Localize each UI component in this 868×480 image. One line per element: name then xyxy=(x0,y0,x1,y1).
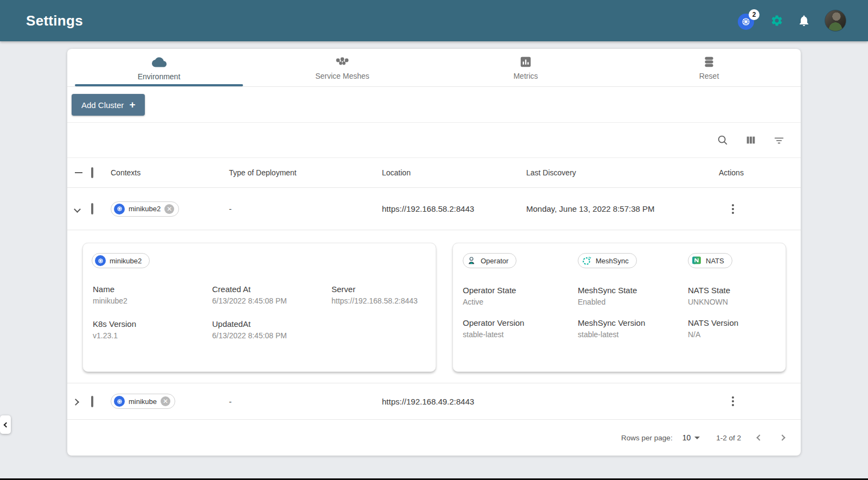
notifications-button[interactable] xyxy=(797,14,810,27)
cell-type-of-deployment: - xyxy=(229,397,382,406)
collapse-all-icon[interactable] xyxy=(75,172,82,173)
mesh-icon xyxy=(335,55,350,69)
previous-page-button[interactable] xyxy=(756,434,762,440)
nats-version: NATS Version N/A xyxy=(688,318,777,339)
kubernetes-icon xyxy=(114,396,125,407)
collapse-drawer-handle[interactable] xyxy=(0,415,11,434)
user-avatar[interactable] xyxy=(825,10,846,31)
tab-environment-label: Environment xyxy=(138,72,181,81)
table-row: minikube2 ✕ - https://192.168.58.2:8443 … xyxy=(67,188,801,230)
filter-button[interactable] xyxy=(773,134,786,147)
settings-card: Environment Service Meshes Metr xyxy=(67,49,801,456)
search-button[interactable] xyxy=(716,134,729,147)
operator-state: Operator State Active xyxy=(463,286,578,306)
pagination-range: 1-2 of 2 xyxy=(716,434,741,442)
operator-column: Operator Operator State Active Operator … xyxy=(463,253,578,339)
row-actions-menu-button[interactable] xyxy=(726,396,739,406)
tab-service-meshes[interactable]: Service Meshes xyxy=(251,49,434,86)
context-chip-label: minikube2 xyxy=(110,257,142,265)
kubernetes-context-button[interactable]: 2 xyxy=(738,11,756,30)
add-cluster-label: Add Cluster xyxy=(81,100,124,110)
field-updated-at: UpdatedAt 6/13/2022 8:45:08 PM xyxy=(212,319,331,340)
table-header-row: Contexts Type of Deployment Location Las… xyxy=(67,157,801,188)
metrics-icon xyxy=(519,55,533,69)
table-pagination: Rows per page: 10 1-2 of 2 xyxy=(67,420,801,456)
add-cluster-button[interactable]: Add Cluster + xyxy=(72,94,145,116)
rows-per-page-select[interactable]: 10 xyxy=(682,433,700,442)
tab-reset[interactable]: Reset xyxy=(617,49,801,86)
meshsync-chip[interactable]: MeshSync xyxy=(578,253,637,268)
chevron-left-icon xyxy=(4,422,9,427)
cell-location: https://192.168.49.2:8443 xyxy=(382,397,526,406)
filter-icon xyxy=(773,134,785,146)
settings-gear-button[interactable] xyxy=(770,14,783,27)
col-contexts: Contexts xyxy=(111,168,229,177)
collapse-row-icon[interactable] xyxy=(74,206,81,213)
field-k8s-version: K8s Version v1.23.1 xyxy=(93,319,212,340)
meshsync-version: MeshSync Version stable-latest xyxy=(578,318,688,339)
operator-version: Operator Version stable-latest xyxy=(463,318,578,339)
settings-tabs: Environment Service Meshes Metr xyxy=(67,49,801,87)
table-toolbar xyxy=(67,123,801,157)
nats-column: NATS NATS State UNKNOWN NATS Version N/A xyxy=(688,253,777,339)
plus-icon: + xyxy=(129,99,135,111)
nats-chip[interactable]: NATS xyxy=(688,253,732,268)
operator-chip[interactable]: Operator xyxy=(463,253,516,268)
context-chip-minikube2[interactable]: minikube2 xyxy=(92,253,150,268)
meshsync-chip-label: MeshSync xyxy=(596,257,629,265)
meshsync-state: MeshSync State Enabled xyxy=(578,286,688,306)
tab-metrics-label: Metrics xyxy=(513,72,538,80)
chevron-down-icon xyxy=(694,437,700,439)
nats-icon xyxy=(691,255,702,266)
tab-service-meshes-label: Service Meshes xyxy=(315,72,369,80)
context-chip-minikube[interactable]: minikube ✕ xyxy=(111,394,175,409)
page-title: Settings xyxy=(26,12,83,29)
operator-chip-label: Operator xyxy=(481,257,508,265)
database-icon xyxy=(702,55,716,69)
rows-per-page-label: Rows per page: xyxy=(621,434,673,442)
close-icon[interactable]: ✕ xyxy=(164,204,174,214)
row-actions-menu-button[interactable] xyxy=(726,204,739,214)
kubernetes-icon xyxy=(114,204,125,214)
context-detail-panel: minikube2 Name minikube2 Created At 6/13… xyxy=(82,243,436,372)
field-server: Server https://192.168.58.2:8443 xyxy=(331,285,427,305)
tab-environment[interactable]: Environment xyxy=(67,49,251,86)
nats-state: NATS State UNKNOWN xyxy=(688,286,777,306)
col-last-discovery: Last Discovery xyxy=(526,168,719,177)
table-row: minikube ✕ - https://192.168.49.2:8443 xyxy=(67,383,801,420)
search-icon xyxy=(717,134,729,146)
field-created-at: Created At 6/13/2022 8:45:08 PM xyxy=(212,285,331,305)
app-bar: Settings 2 xyxy=(0,0,868,41)
kubernetes-icon xyxy=(95,255,106,266)
context-chip-label: minikube xyxy=(129,397,157,406)
context-count-badge: 2 xyxy=(749,9,760,20)
columns-icon xyxy=(745,134,757,146)
col-type-of-deployment: Type of Deployment xyxy=(229,168,382,177)
tab-reset-label: Reset xyxy=(699,72,719,80)
meshsync-column: MeshSync MeshSync State Enabled MeshSync… xyxy=(578,253,688,339)
bell-icon xyxy=(797,14,810,27)
row-checkbox[interactable] xyxy=(91,203,93,214)
view-columns-button[interactable] xyxy=(744,134,757,147)
add-cluster-row: Add Cluster + xyxy=(67,87,801,123)
cloud-icon xyxy=(152,55,167,70)
expand-row-icon[interactable] xyxy=(72,399,79,406)
cell-type-of-deployment: - xyxy=(229,204,382,213)
operator-icon xyxy=(466,255,477,266)
col-location: Location xyxy=(382,168,526,177)
expanded-row-detail: minikube2 Name minikube2 Created At 6/13… xyxy=(67,230,801,383)
nats-chip-label: NATS xyxy=(706,257,724,265)
col-actions: Actions xyxy=(719,168,793,177)
tab-metrics[interactable]: Metrics xyxy=(434,49,617,86)
next-page-button[interactable] xyxy=(779,434,785,440)
gear-icon xyxy=(770,14,783,28)
context-chip-label: minikube2 xyxy=(129,205,161,213)
select-all-checkbox[interactable] xyxy=(91,167,93,178)
close-icon[interactable]: ✕ xyxy=(161,396,170,406)
context-chip-minikube2[interactable]: minikube2 ✕ xyxy=(111,201,179,217)
operator-detail-panel: Operator Operator State Active Operator … xyxy=(452,243,786,372)
field-name: Name minikube2 xyxy=(93,285,212,305)
cell-last-discovery: Monday, June 13, 2022 8:57:38 PM xyxy=(526,204,719,213)
row-checkbox[interactable] xyxy=(91,396,93,407)
cell-location: https://192.168.58.2:8443 xyxy=(382,204,526,213)
